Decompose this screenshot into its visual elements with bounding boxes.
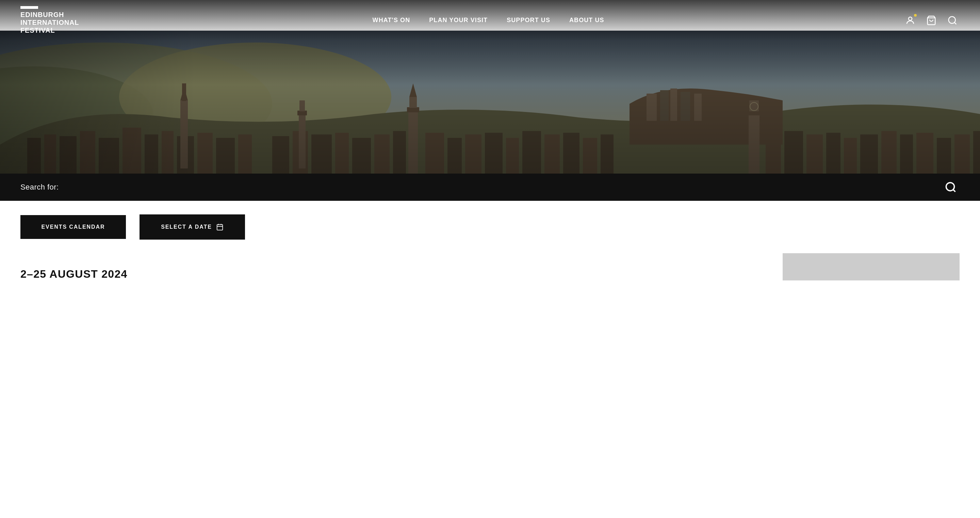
site-header: EDINBURGH INTERNATIONAL FESTIVAL WHAT'S … (0, 0, 980, 40)
cta-row: EVENTS CALENDAR SELECT A DATE (0, 201, 980, 240)
select-date-label: SELECT A DATE (161, 224, 212, 230)
nav-whats-on[interactable]: WHAT'S ON (363, 13, 420, 27)
date-row: 2–25 AUGUST 2024 (21, 253, 959, 281)
cart-button[interactable] (924, 13, 939, 27)
user-account-button[interactable] (903, 13, 917, 27)
events-calendar-label: EVENTS CALENDAR (41, 224, 105, 230)
nav-about-us[interactable]: ABOUT US (560, 13, 614, 27)
select-date-button[interactable]: SELECT A DATE (140, 214, 245, 240)
header-icons (903, 13, 959, 27)
svg-point-67 (908, 17, 912, 21)
logo-line2: INTERNATIONAL (21, 19, 79, 27)
svg-rect-71 (217, 225, 223, 230)
svg-point-70 (946, 183, 955, 191)
user-notification-dot (914, 14, 917, 17)
logo-line3: FESTIVAL (21, 27, 79, 34)
user-icon (905, 15, 915, 26)
svg-point-69 (949, 16, 956, 23)
header-search-icon (947, 15, 958, 26)
nav-support-us[interactable]: SUPPORT US (497, 13, 560, 27)
hero-section: EDINBURGH INTERNATIONAL FESTIVAL WHAT'S … (0, 0, 980, 174)
search-bar: Search for: (0, 174, 980, 201)
search-submit-icon (945, 181, 957, 193)
events-calendar-button[interactable]: EVENTS CALENDAR (21, 215, 126, 239)
main-nav: WHAT'S ON PLAN YOUR VISIT SUPPORT US ABO… (363, 13, 614, 27)
search-submit-button[interactable] (942, 179, 959, 196)
cart-icon (926, 15, 937, 26)
search-button[interactable] (945, 13, 959, 27)
search-label: Search for: (21, 183, 481, 191)
search-input[interactable] (481, 183, 942, 191)
date-section: 2–25 AUGUST 2024 (0, 240, 980, 287)
nav-plan-your-visit[interactable]: PLAN YOUR VISIT (420, 13, 497, 27)
logo-line1: EDINBURGH (21, 11, 79, 19)
calendar-icon (216, 223, 224, 231)
svg-rect-66 (0, 30, 980, 174)
festival-dates: 2–25 AUGUST 2024 (21, 268, 127, 281)
right-placeholder-block (783, 253, 959, 281)
site-logo[interactable]: EDINBURGH INTERNATIONAL FESTIVAL (21, 6, 79, 34)
logo-bar (21, 6, 38, 9)
